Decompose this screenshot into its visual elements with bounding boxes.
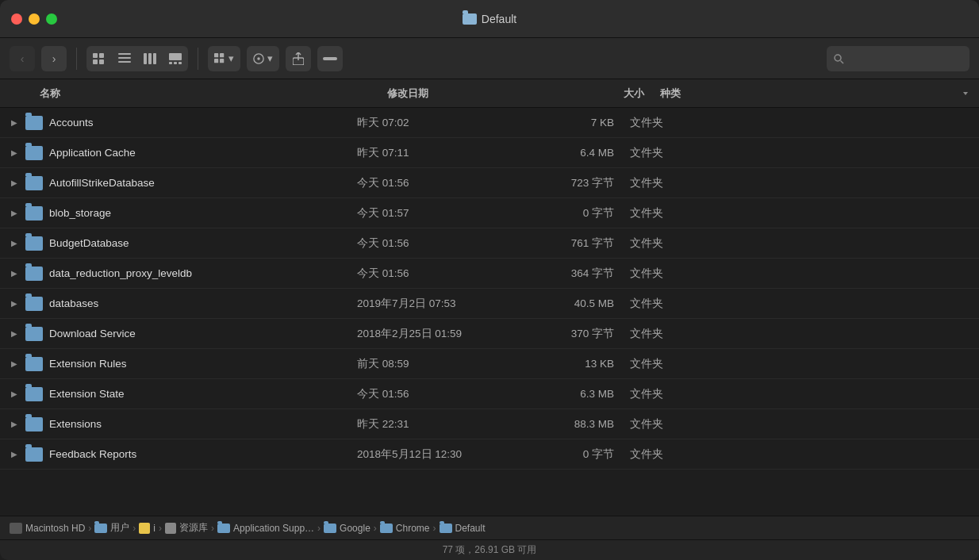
breadcrumb-item[interactable]: Chrome (380, 523, 430, 534)
breadcrumb-item[interactable]: Default (440, 523, 486, 534)
svg-rect-3 (99, 59, 104, 64)
file-kind: 文件夹 (620, 447, 979, 462)
svg-point-22 (835, 55, 841, 61)
title-folder-icon (463, 13, 477, 25)
breadcrumb-separator: › (132, 523, 136, 534)
file-date: 今天 01:56 (351, 267, 525, 281)
expand-arrow[interactable]: ▶ (6, 178, 22, 187)
view-gallery-button[interactable] (163, 46, 188, 71)
item-count-text: 77 项，26.91 GB 可用 (443, 543, 537, 557)
table-row[interactable]: ▶ Application Cache 昨天 07:11 6.4 MB 文件夹 (0, 138, 979, 168)
table-row[interactable]: ▶ Extensions 昨天 22:31 88.3 MB 文件夹 (0, 409, 979, 439)
svg-rect-1 (99, 53, 104, 58)
view-icon-button[interactable] (86, 46, 112, 71)
svg-line-23 (841, 60, 844, 63)
toolbar-separator-1 (76, 48, 77, 70)
table-row[interactable]: ▶ Extension State 今天 01:56 6.3 MB 文件夹 (0, 379, 979, 409)
expand-arrow[interactable]: ▶ (6, 359, 22, 368)
col-header-kind[interactable]: 种类 (651, 86, 979, 101)
col-header-date[interactable]: 修改日期 (381, 86, 555, 101)
forward-button[interactable]: › (41, 46, 67, 71)
breadcrumb-label: Macintosh HD (25, 523, 85, 534)
svg-rect-7 (144, 53, 147, 64)
file-name: Extensions (49, 418, 351, 430)
expand-arrow[interactable]: ▶ (6, 269, 22, 278)
minimize-button[interactable] (29, 13, 40, 25)
action-button[interactable]: ▾ (247, 46, 279, 71)
view-list-button[interactable] (112, 46, 137, 71)
svg-rect-16 (214, 59, 218, 63)
folder-icon (25, 327, 43, 341)
file-date: 前天 08:59 (351, 357, 525, 371)
file-size: 723 字节 (525, 176, 620, 190)
breadcrumb-item[interactable]: i (139, 523, 155, 534)
file-kind: 文件夹 (620, 176, 979, 190)
col-header-size[interactable]: 大小 (555, 86, 651, 101)
file-name: databases (49, 297, 351, 309)
file-size: 13 KB (525, 358, 620, 370)
breadcrumb-item[interactable]: Macintosh HD (10, 523, 85, 534)
breadcrumb-item[interactable]: 资源库 (165, 521, 208, 535)
file-date: 昨天 07:02 (351, 116, 525, 130)
file-size: 6.3 MB (525, 388, 620, 400)
table-row[interactable]: ▶ Download Service 2018年2月25日 01:59 370 … (0, 319, 979, 349)
folder-icon (25, 447, 43, 462)
file-date: 今天 01:56 (351, 176, 525, 190)
file-name: data_reduction_proxy_leveldb (49, 267, 351, 279)
expand-arrow[interactable]: ▶ (6, 239, 22, 247)
table-row[interactable]: ▶ BudgetDatabase 今天 01:56 761 字节 文件夹 (0, 228, 979, 259)
expand-arrow[interactable]: ▶ (6, 450, 22, 458)
hd-icon (10, 523, 22, 534)
table-row[interactable]: ▶ Accounts 昨天 07:02 7 KB 文件夹 (0, 108, 979, 138)
expand-arrow[interactable]: ▶ (6, 148, 22, 157)
breadcrumb-label: Chrome (396, 523, 430, 534)
window-title: Default (463, 13, 516, 25)
arrange-dropdown-icon: ▾ (228, 52, 234, 64)
file-kind: 文件夹 (620, 417, 979, 432)
expand-arrow[interactable]: ▶ (6, 299, 22, 308)
folder-icon (25, 236, 43, 251)
table-row[interactable]: ▶ Extension Rules 前天 08:59 13 KB 文件夹 (0, 349, 979, 379)
back-button[interactable]: ‹ (10, 46, 35, 71)
folder-icon (25, 206, 43, 221)
share-button[interactable] (286, 46, 311, 71)
col-header-name[interactable]: 名称 (0, 86, 381, 101)
expand-arrow[interactable]: ▶ (6, 329, 22, 338)
file-date: 2019年7月2日 07:53 (351, 297, 525, 311)
arrange-button[interactable]: ▾ (208, 46, 240, 71)
table-row[interactable]: ▶ databases 2019年7月2日 07:53 40.5 MB 文件夹 (0, 289, 979, 319)
breadcrumb-item[interactable]: Google (324, 523, 370, 534)
folder-icon (94, 524, 107, 533)
file-kind: 文件夹 (620, 146, 979, 160)
view-column-button[interactable] (137, 46, 163, 71)
file-name: AutofillStrikeDatabase (49, 177, 351, 189)
table-row[interactable]: ▶ AutofillStrikeDatabase 今天 01:56 723 字节… (0, 168, 979, 198)
toolbar: ‹ › (0, 38, 979, 79)
file-date: 昨天 22:31 (351, 417, 525, 432)
svg-rect-17 (220, 59, 224, 63)
toolbar-separator-2 (198, 48, 198, 70)
close-button[interactable] (11, 13, 22, 25)
svg-rect-6 (118, 61, 131, 63)
breadcrumb-label: 资源库 (179, 521, 208, 535)
maximize-button[interactable] (46, 13, 57, 25)
breadcrumb-item[interactable]: 用户 (94, 521, 129, 535)
search-input[interactable] (844, 52, 955, 64)
table-row[interactable]: ▶ blob_storage 今天 01:57 0 字节 文件夹 (0, 198, 979, 228)
expand-arrow[interactable]: ▶ (6, 209, 22, 217)
search-box[interactable] (827, 46, 969, 71)
folder-icon (25, 357, 43, 371)
expand-arrow[interactable]: ▶ (6, 118, 22, 127)
tag-button[interactable] (317, 46, 343, 71)
table-row[interactable]: ▶ data_reduction_proxy_leveldb 今天 01:56 … (0, 259, 979, 289)
table-row[interactable]: ▶ Feedback Reports 2018年5月12日 12:30 0 字节… (0, 439, 979, 470)
file-kind: 文件夹 (620, 236, 979, 251)
file-size: 364 字节 (525, 267, 620, 281)
breadcrumb-label: Default (455, 523, 486, 534)
expand-arrow[interactable]: ▶ (6, 420, 22, 428)
breadcrumb-item[interactable]: Application Supp… (217, 523, 314, 534)
expand-arrow[interactable]: ▶ (6, 389, 22, 398)
file-name: Extension State (49, 388, 351, 400)
file-name: Download Service (49, 328, 351, 339)
file-name: BudgetDatabase (49, 237, 351, 249)
